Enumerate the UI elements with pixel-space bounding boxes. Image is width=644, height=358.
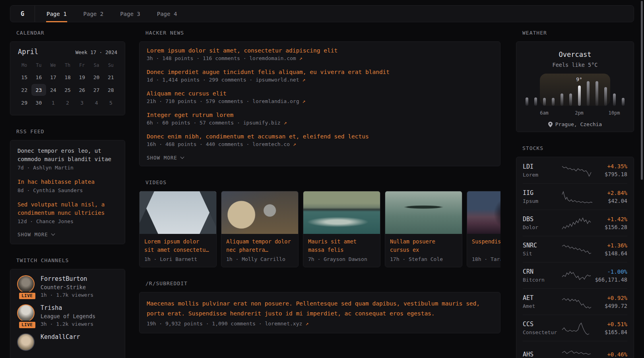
- stock-row[interactable]: CCSConsectetur+0.51%$165.84: [523, 315, 627, 341]
- calendar-day: 26: [75, 84, 89, 96]
- weather-location-row: Prague, Czechia: [523, 121, 627, 127]
- video-card[interactable]: Mauris sit amet massa felis7h · Grayson …: [303, 191, 380, 267]
- twitch-channel[interactable]: LIVETrishaLeague of Legends3h · 1.2k vie…: [17, 304, 118, 327]
- stock-id: AETAmet: [523, 294, 561, 309]
- stock-id: IIGIpsum: [523, 189, 561, 204]
- hn-item-title[interactable]: Aliquam nec cursus elit: [147, 90, 493, 97]
- avatar: [17, 275, 35, 293]
- weather-condition: Overcast: [523, 51, 627, 58]
- subreddit-post-meta: 19h · 9,932 points · 1,090 comments · lo…: [147, 321, 493, 327]
- twitch-card: LIVEForrestBurtonCounter-Strike1h · 1.7k…: [10, 269, 125, 358]
- twitch-channel[interactable]: KendallCarr: [17, 333, 118, 351]
- top-nav: G Page 1Page 2Page 3Page 4: [10, 5, 634, 22]
- twitch-widget: TWITCH CHANNELS LIVEForrestBurtonCounter…: [10, 257, 125, 358]
- main-content: CALENDAR April Week 17 · 2024 MoTuWeThFr…: [10, 30, 634, 358]
- external-link-icon: ↗: [302, 98, 305, 104]
- weather-bar: [613, 93, 616, 106]
- rss-item-meta: 12d · Chance Jones: [17, 218, 118, 224]
- hn-item-title[interactable]: Donec imperdiet augue tincidunt felis al…: [147, 69, 493, 75]
- stock-row[interactable]: AHS+0.46%: [523, 341, 627, 358]
- stock-row[interactable]: CRNBitcorn-1.00%$66,171.48: [523, 262, 627, 288]
- hacker-news-show-more-button[interactable]: SHOW MORE: [147, 155, 493, 161]
- hacker-news-items: Lorem ipsum dolor sit amet, consectetur …: [147, 47, 493, 147]
- stock-values: +2.84%$42.04: [595, 190, 627, 204]
- calendar-day: 21: [104, 71, 118, 83]
- app-logo[interactable]: G: [10, 6, 35, 22]
- nav-tab-3[interactable]: Page 3: [112, 6, 149, 22]
- stock-ticker: CRN: [523, 268, 561, 275]
- weather-bars: 9°: [523, 74, 627, 106]
- stock-row[interactable]: DBSDolor+1.42%$156.28: [523, 210, 627, 236]
- scrollbar[interactable]: [641, 1, 643, 180]
- twitch-channel[interactable]: LIVEForrestBurtonCounter-Strike1h · 1.7k…: [17, 275, 118, 298]
- calendar-day: 15: [17, 71, 31, 83]
- video-card[interactable]: Nullam posuere cursus ex17h · Stefan Col…: [385, 191, 462, 267]
- stock-change: +0.92%: [595, 295, 627, 301]
- rss-item: Sed volutpat nulla nisl, a condimentum n…: [17, 200, 118, 224]
- stock-id: CRNBitcorn: [523, 268, 561, 283]
- hn-item-title[interactable]: Lorem ipsum dolor sit amet, consectetur …: [147, 47, 493, 54]
- rss-show-more-button[interactable]: SHOW MORE: [17, 232, 118, 237]
- external-link-icon: ↗: [283, 120, 287, 126]
- stock-values: +0.46%: [595, 351, 627, 358]
- stock-row[interactable]: SNRCSit+1.36%$148.64: [523, 236, 627, 262]
- stock-row[interactable]: IIGIpsum+2.84%$42.04: [523, 183, 627, 210]
- twitch-channel-category: Counter-Strike: [41, 284, 93, 290]
- stock-change: +1.36%: [595, 242, 627, 249]
- calendar-day: 16: [31, 71, 46, 83]
- stock-sparkline: [561, 163, 595, 177]
- subreddit-post-title[interactable]: Maecenas mollis pulvinar erat non posuer…: [147, 299, 493, 319]
- nav-tab-1[interactable]: Page 1: [38, 6, 75, 22]
- rss-item-title[interactable]: Donec tempor eros leo, ut commodo mauris…: [17, 147, 118, 163]
- stock-values: +1.42%$156.28: [595, 216, 627, 230]
- weather-bar: [526, 97, 528, 106]
- center-column: HACKER NEWS Lorem ipsum dolor sit amet, …: [139, 30, 500, 358]
- location-pin-icon: [548, 122, 553, 127]
- twitch-channel-name: KendallCarr: [41, 333, 80, 340]
- video-card[interactable]: Lorem ipsum dolor sit amet consectetu…1h…: [139, 191, 217, 267]
- nav-tab-2[interactable]: Page 2: [75, 6, 112, 22]
- stock-name: Ipsum: [523, 198, 561, 204]
- video-title: Nullam posuere cursus ex: [390, 237, 457, 254]
- calendar-day-header: We: [46, 62, 60, 68]
- hn-item-title[interactable]: Integer eget rutrum lorem: [147, 112, 493, 118]
- video-card[interactable]: Suspendisse diam18h · Tara: [467, 191, 500, 267]
- twitch-channel-meta: 1h · 1.7k viewers: [41, 292, 93, 298]
- video-thumbnail: [303, 191, 380, 234]
- weather-location: Prague, Czechia: [555, 121, 602, 127]
- hacker-news-widget-title: HACKER NEWS: [145, 30, 500, 36]
- video-thumbnail: [221, 191, 298, 234]
- hn-item-meta: 1d · 1,414 points · 299 comments · ipsum…: [147, 77, 493, 83]
- nav-tab-4[interactable]: Page 4: [149, 6, 186, 22]
- stock-price: $795.18: [595, 171, 627, 177]
- stocks-widget: STOCKS LDILorem+4.35%$795.18IIGIpsum+2.8…: [516, 145, 634, 358]
- weather-bar: [604, 87, 607, 106]
- rss-item-title[interactable]: In hac habitasse platea: [17, 178, 118, 186]
- twitch-widget-title: TWITCH CHANNELS: [16, 257, 125, 263]
- weather-bar: [596, 81, 598, 106]
- twitch-avatar-wrap: LIVE: [17, 304, 35, 327]
- stock-ticker: AHS: [523, 351, 561, 358]
- rss-widget: RSS FEED Donec tempor eros leo, ut commo…: [10, 128, 125, 244]
- weather-hour-label: 2pm: [575, 110, 584, 116]
- calendar-day-selected: 23: [31, 84, 46, 96]
- videos-row: Lorem ipsum dolor sit amet consectetu…1h…: [139, 191, 500, 267]
- left-column: CALENDAR April Week 17 · 2024 MoTuWeThFr…: [10, 30, 125, 358]
- stock-sparkline: [561, 321, 595, 335]
- rss-item-title[interactable]: Sed volutpat nulla nisl, a condimentum n…: [17, 200, 118, 217]
- hn-item-meta: 16h · 468 points · 440 comments · loremt…: [147, 141, 493, 147]
- calendar-day-header: Sa: [89, 62, 103, 68]
- stock-sparkline: [561, 190, 595, 204]
- hn-item-title[interactable]: Donec enim nibh, condimentum et accumsan…: [147, 133, 493, 140]
- video-thumbnail: [385, 191, 462, 234]
- calendar-day: 25: [60, 84, 75, 96]
- video-card[interactable]: Aliquam tempor dolor nec pharetra…1h · M…: [221, 191, 299, 267]
- stock-row[interactable]: LDILorem+4.35%$795.18: [523, 157, 627, 183]
- calendar-day: 27: [89, 84, 103, 96]
- subreddit-card: Maecenas mollis pulvinar erat non posuer…: [139, 292, 500, 333]
- twitch-channel-info: ForrestBurtonCounter-Strike1h · 1.7k vie…: [41, 275, 93, 298]
- stock-sparkline: [561, 242, 595, 257]
- weather-bar: [578, 86, 581, 106]
- video-info: Lorem ipsum dolor sit amet consectetu…1h…: [140, 234, 216, 267]
- stock-row[interactable]: AETAmet+0.92%$499.72: [523, 288, 627, 315]
